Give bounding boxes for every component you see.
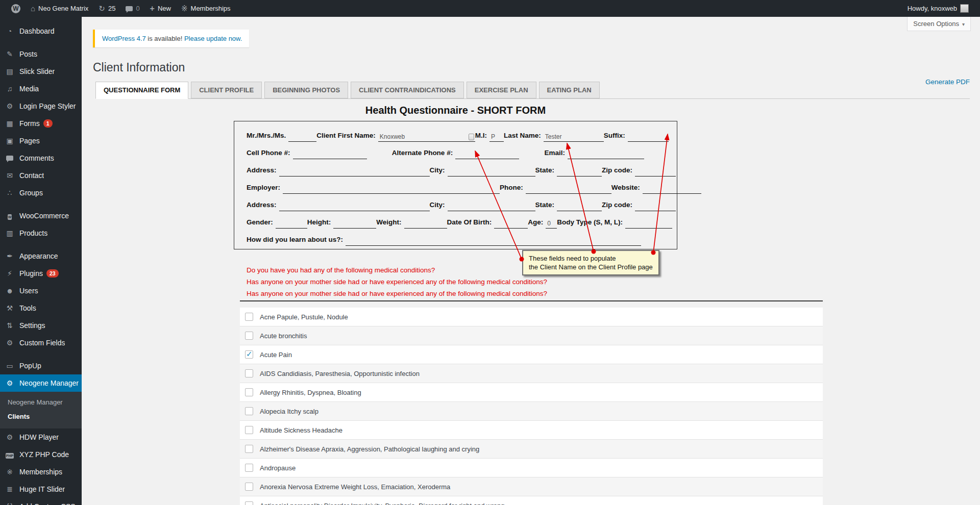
condition-checkbox[interactable] (245, 313, 253, 321)
condition-checkbox[interactable] (245, 407, 253, 415)
condition-checkbox-checked[interactable] (245, 350, 253, 359)
condition-row-allergy[interactable]: Allergy Rhinitis, Dyspnea, Bloating (240, 383, 823, 402)
sidebar-item-memberships[interactable]: ※Memberships (0, 463, 82, 481)
question-2: Has anyone on your mother side had or ha… (247, 276, 547, 288)
sidebar-item-users[interactable]: ☻Users (0, 282, 82, 299)
city2-field[interactable] (448, 201, 535, 211)
sidebar-item-media[interactable]: ♫Media (0, 80, 82, 97)
site-name-menu[interactable]: ⌂Neo Gene Matrix (26, 0, 93, 17)
condition-row-alzheimers[interactable]: Alzheimer's Disease Apraxia, Aggression,… (240, 440, 823, 459)
sidebar-item-settings[interactable]: ⇅Settings (0, 317, 82, 334)
sidebar-item-posts[interactable]: ✎Posts (0, 45, 82, 63)
sidebar-item-comments[interactable]: Comments (0, 149, 82, 167)
tab-exercise-plan[interactable]: EXERCISE PLAN (467, 82, 536, 98)
sidebar-item-plugins[interactable]: ⚡Plugins23 (0, 265, 82, 282)
address2-field[interactable] (279, 201, 430, 211)
mi-field[interactable]: P (489, 132, 504, 142)
my-account-menu[interactable]: Howdy, knoxweb (902, 0, 974, 17)
new-content-menu[interactable]: +New (145, 0, 176, 17)
tab-client-profile[interactable]: CLIENT PROFILE (191, 82, 262, 98)
sidebar-item-tools[interactable]: ⚒Tools (0, 299, 82, 317)
screen-options-button[interactable]: Screen Options▾ (907, 17, 971, 31)
sidebar-item-contact[interactable]: ✉Contact (0, 167, 82, 184)
admin-content: Screen Options▾ WordPress 4.7 is availab… (82, 17, 980, 505)
condition-row-antisocial[interactable]: Antisocial personality Disorder Impulsiv… (240, 496, 823, 505)
employer-field[interactable] (283, 184, 500, 194)
sidebar-item-pages[interactable]: ▣Pages (0, 132, 82, 149)
sidebar-item-forms[interactable]: ▦Forms1 (0, 115, 82, 132)
comments-menu[interactable]: 0 (120, 0, 144, 17)
state1-field[interactable] (557, 166, 602, 176)
sidebar-item-add-custom-css[interactable]: { }Add Custom CSS (0, 498, 82, 505)
condition-checkbox[interactable] (245, 501, 253, 505)
sidebar-item-huge-it-slider[interactable]: ≣Huge IT Slider (0, 481, 82, 498)
memberships-toolbar-menu[interactable]: ※Memberships (176, 0, 236, 17)
cell-phone-field[interactable] (293, 149, 367, 159)
first-name-field[interactable]: Knoxweb (378, 132, 475, 142)
condition-checkbox[interactable] (245, 388, 253, 396)
sidebar-item-custom-fields[interactable]: ⚙Custom Fields (0, 334, 82, 351)
phone-field[interactable] (526, 184, 611, 194)
zip1-field[interactable] (635, 166, 676, 176)
tab-client-contraindications[interactable]: CLIENT CONTRAINDICATIONS (351, 82, 464, 98)
gender-field[interactable] (276, 218, 307, 229)
condition-checkbox[interactable] (245, 369, 253, 377)
learn-field[interactable] (346, 236, 641, 246)
suffix-field[interactable] (628, 132, 669, 142)
condition-row-acne[interactable]: Acne Papule, Pustule, Nodule (240, 308, 823, 326)
city1-field[interactable] (448, 166, 535, 176)
sidebar-item-slick-slider[interactable]: ▤Slick Slider (0, 63, 82, 80)
dob-field[interactable] (494, 218, 528, 229)
zip1-label: Zip code: (602, 166, 632, 174)
zip2-field[interactable] (635, 201, 676, 211)
dashboard-icon: ◔ (5, 27, 15, 35)
condition-checkbox[interactable] (245, 426, 253, 434)
sidebar-item-appearance[interactable]: ✒Appearance (0, 247, 82, 265)
sidebar-item-products[interactable]: ▥Products (0, 224, 82, 242)
submenu-item-clients[interactable]: Clients (0, 410, 82, 424)
update-now-link[interactable]: Please update now. (184, 35, 242, 42)
condition-row-alopecia[interactable]: Alopecia Itchy scalp (240, 402, 823, 421)
condition-row-anorexia[interactable]: Anorexia Nervosa Extreme Weight Loss, Em… (240, 477, 823, 496)
sidebar-item-groups[interactable]: ∴Groups (0, 184, 82, 201)
tab-beginning-photos[interactable]: BEGINNING PHOTOS (264, 82, 348, 98)
condition-checkbox[interactable] (245, 483, 253, 491)
tab-questionnaire-form[interactable]: QUESTIONNAIRE FORM (95, 82, 188, 99)
updates-menu[interactable]: ↻25 (93, 0, 120, 17)
body-type-field[interactable] (625, 218, 672, 229)
last-name-field[interactable]: Tester (544, 132, 604, 142)
wordpress-version-link[interactable]: WordPress 4.7 (102, 35, 146, 42)
sidebar-item-xyz-php-code[interactable]: PHPXYZ PHP Code (0, 446, 82, 463)
mi-value: P (491, 133, 495, 140)
condition-row-altitude-sickness[interactable]: Altitude Sickness Headache (240, 421, 823, 440)
address1-field[interactable] (279, 166, 430, 176)
weight-field[interactable] (404, 218, 447, 229)
sidebar-item-popup[interactable]: ▭PopUp (0, 357, 82, 374)
website-field[interactable] (643, 184, 701, 194)
wp-logo-button[interactable]: W (6, 0, 26, 17)
condition-checkbox[interactable] (245, 445, 253, 453)
submenu-item-neogene-manager[interactable]: Neogene Manager (0, 395, 82, 410)
title-field[interactable] (288, 132, 316, 142)
sidebar-item-dashboard[interactable]: ◔Dashboard (0, 22, 82, 40)
condition-checkbox[interactable] (245, 464, 253, 472)
condition-row-acute-bronchitis[interactable]: Acute bronchitis (240, 326, 823, 345)
condition-checkbox[interactable] (245, 332, 253, 340)
state2-field[interactable] (557, 201, 602, 211)
email-field[interactable] (568, 149, 644, 159)
tab-eating-plan[interactable]: EATING PLAN (539, 82, 600, 98)
client-info-form: Mr./Mrs./Ms. Client First Name:Knoxweb M… (234, 121, 677, 249)
sidebar-item-neogene-manager[interactable]: ⚙Neogene Manager (0, 374, 82, 392)
condition-row-aids[interactable]: AIDS Candidiasis, Paresthesia, Opportuni… (240, 364, 823, 383)
form-row-3: Address: City: State: Zip code: (247, 159, 665, 176)
alt-phone-field[interactable] (455, 149, 519, 159)
slider-icon: ▤ (5, 67, 15, 75)
plus-icon: + (150, 4, 155, 13)
sidebar-item-woocommerce[interactable]: WWooCommerce (0, 207, 82, 224)
condition-row-acute-pain[interactable]: Acute Pain (240, 345, 823, 364)
age-field[interactable]: 0 (546, 218, 557, 229)
sidebar-item-login-page-styler[interactable]: ⚙Login Page Styler (0, 97, 82, 115)
sidebar-item-hdw-player[interactable]: ⚙HDW Player (0, 428, 82, 446)
condition-row-andropause[interactable]: Andropause (240, 459, 823, 477)
height-field[interactable] (333, 218, 376, 229)
